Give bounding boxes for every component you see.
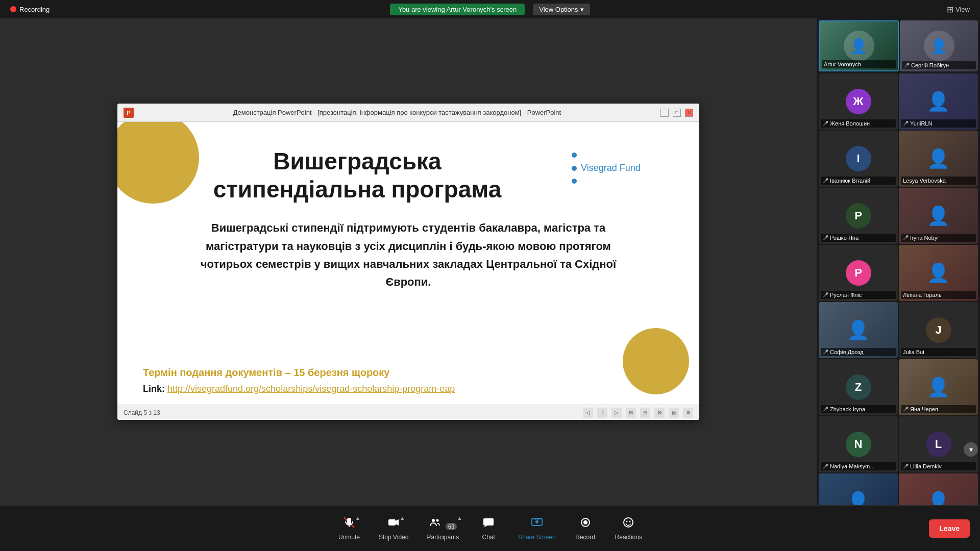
bullet-item-1 <box>572 153 674 158</box>
svg-marker-8 <box>483 525 487 528</box>
ppt-bottom-bar: Слайд 5 з 13 ◁ ‖ ▷ ⊞ ⊟ ⊠ ▤ ⚙ <box>117 405 699 420</box>
unmute-button[interactable]: ▲ Unmute <box>329 516 370 541</box>
nav-back[interactable]: ◁ <box>583 408 593 418</box>
artur-name: Artur Voronych <box>824 61 861 67</box>
zhenya-name-tag: 🎤 Женя Волошин <box>821 119 896 128</box>
zhyback-name-tag: 🎤 Zhyback Iryna <box>821 405 896 413</box>
top-participants: 👤 Artur Voronych 👤 🎤 Сергій Побігун <box>819 20 978 71</box>
nav-forward[interactable]: ▷ <box>611 408 622 418</box>
share-screen-button[interactable]: Share Screen <box>509 516 565 541</box>
slide-header: Вишеградська стипендіальна програма Vise… <box>143 147 674 204</box>
participants-count: 63 <box>446 523 457 530</box>
yana-mic-icon: 🎤 <box>903 407 909 412</box>
participant-tile-zhyback: Z 🎤 Zhyback Iryna <box>819 359 898 415</box>
unmute-label: Unmute <box>338 534 360 541</box>
chat-label: Chat <box>482 534 495 541</box>
nav-grid3[interactable]: ⊠ <box>654 408 665 418</box>
serhiy-name-tag: 🎤 Сергій Побігун <box>902 61 976 69</box>
featured-participant-artur: 👤 Artur Voronych <box>819 20 899 71</box>
visegrad-fund-text: Visegrad Fund <box>581 163 641 173</box>
participants-button[interactable]: 63 ▲ Participants <box>418 516 469 541</box>
roshko-avatar: Р <box>846 203 871 229</box>
scroll-down-button[interactable]: ▾ <box>964 442 978 457</box>
record-button[interactable]: Record <box>565 516 606 541</box>
stop-video-button[interactable]: ▲ Stop Video <box>370 516 418 541</box>
view-options-label: View Options <box>539 6 578 13</box>
chat-icon <box>482 516 495 532</box>
svg-marker-4 <box>396 519 399 525</box>
bullet-dot <box>572 153 577 158</box>
bullet-dot-2 <box>572 166 577 171</box>
participant-tile-sofiia: 👤 🎤 Софія Дрозд <box>819 302 898 358</box>
liliia-mic-icon: 🎤 <box>903 464 909 469</box>
svg-point-10 <box>535 520 538 523</box>
slide-body-text: Вишеградські стипендії підтримують студе… <box>179 219 638 291</box>
ruslan-avatar: P <box>846 260 871 286</box>
liliia-name: Liliia Demkiv <box>910 463 942 469</box>
nav-grid1[interactable]: ⊞ <box>626 408 636 418</box>
minimize-button[interactable]: — <box>660 109 669 117</box>
svg-point-5 <box>432 519 435 522</box>
serhiy-mic-icon: 🎤 <box>904 63 910 68</box>
ppt-titlebar: P Демонстрація PowerPoint - [презентація… <box>117 104 699 122</box>
powerpoint-icon: P <box>124 108 134 118</box>
nadiya-mic-icon: 🎤 <box>823 464 828 469</box>
nav-settings[interactable]: ⚙ <box>683 408 693 418</box>
bullet-item-visegrad: Visegrad Fund <box>572 163 674 173</box>
maximize-button[interactable]: □ <box>673 109 681 117</box>
nadiya-name: Nadiya Maksym... <box>830 463 874 469</box>
record-icon <box>579 516 592 532</box>
view-options-caret: ▾ <box>580 6 584 13</box>
svg-point-14 <box>626 520 628 522</box>
yurii-name-tag: 🎤 YuriiRLN <box>901 119 976 128</box>
participant-tile-andriy: 👤 🎤 Андрій Хмельовський <box>819 473 898 505</box>
ivanyuk-name-tag: 🎤 Іваниюк Віталій <box>821 177 896 185</box>
participant-tile-yurii: 👤 🎤 YuriiRLN <box>899 73 978 130</box>
view-options-button[interactable]: View Options ▾ <box>533 4 590 15</box>
zhenya-name: Женя Волошин <box>830 120 870 127</box>
participant-tile-julia: J Julia Bui <box>899 302 978 358</box>
nav-grid4[interactable]: ▤ <box>669 408 679 418</box>
iryna-name: Iryna Nobyr <box>910 235 939 241</box>
slide-nav-icons: ◁ ‖ ▷ ⊞ ⊟ ⊠ ▤ ⚙ <box>583 408 693 418</box>
participant-tile-roshko: Р 🎤 Рошко Яна <box>819 188 898 244</box>
svg-rect-1 <box>347 518 351 524</box>
scholarship-link[interactable]: http://visegradfund.org/scholarships/vis… <box>167 384 455 394</box>
ivanyuk-mic-icon: 🎤 <box>823 178 828 183</box>
participants-grid: Ж 🎤 Женя Волошин 👤 🎤 YuriiRLN І 🎤 Іванию… <box>819 73 978 505</box>
bottom-toolbar: ▲ Unmute ▲ Stop Video 63 ▲ Participants <box>0 505 980 551</box>
participants-label: Participants <box>427 534 459 541</box>
participant-tile-nadiya: N 🎤 Nadiya Maksym... <box>819 416 898 472</box>
zhyback-name: Zhyback Iryna <box>830 406 865 412</box>
roshko-name: Рошко Яна <box>830 235 859 241</box>
chat-button[interactable]: Chat <box>468 516 509 541</box>
close-button[interactable]: ✕ <box>685 109 693 117</box>
slide-content: Вишеградська стипендіальна програма Vise… <box>117 122 699 405</box>
nav-grid2[interactable]: ⊟ <box>640 408 650 418</box>
reactions-button[interactable]: Reactions <box>606 516 651 541</box>
julia-avatar: J <box>926 317 951 343</box>
participant-tile-liliana: 👤 Ліліана Гораль <box>899 245 978 301</box>
link-prefix: Link: <box>143 384 167 394</box>
slide-info: Слайд 5 з 13 <box>124 409 160 416</box>
participant-tile-iryna: 👤 🎤 Iryna Nobyr <box>899 188 978 244</box>
link-text: Link: http://visegradfund.org/scholarshi… <box>143 384 674 394</box>
view-label: ⊞ View <box>947 5 970 14</box>
ppt-window: P Демонстрація PowerPoint - [презентація… <box>117 104 699 420</box>
slide-title: Вишеградська стипендіальна програма <box>143 147 572 204</box>
julia-name: Julia Bui <box>903 349 924 355</box>
microphone-icon: ▲ <box>343 516 355 532</box>
yana-name: Яна Череп <box>910 406 938 412</box>
zhyback-avatar: Z <box>846 374 871 400</box>
roshko-name-tag: 🎤 Рошко Яна <box>821 234 896 242</box>
leave-button[interactable]: Leave <box>929 519 970 538</box>
deadline-text: Термін подання документів – 15 березня щ… <box>143 367 674 379</box>
lesya-name-tag: Lesya Verbovska <box>901 177 976 185</box>
participant-tile-ruslan: P 🎤 Руслан Фліс <box>819 245 898 301</box>
ruslan-mic-icon: 🎤 <box>823 292 828 297</box>
bullet-item-3 <box>572 179 674 184</box>
recording-indicator: Recording <box>10 6 50 13</box>
nav-pause[interactable]: ‖ <box>597 408 607 418</box>
share-screen-label: Share Screen <box>518 534 555 541</box>
viewing-banner: You are viewing Artur Voronych's screen <box>390 4 525 15</box>
